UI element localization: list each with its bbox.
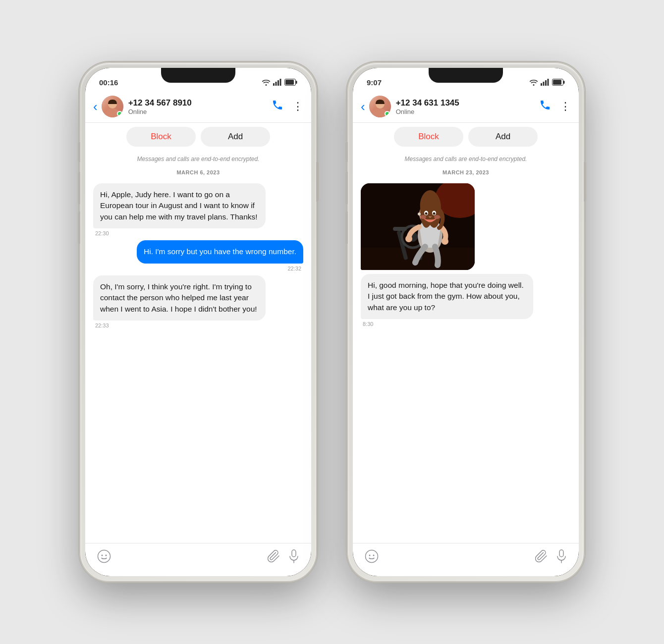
chat-body-1: Messages and calls are end-to-end encryp… <box>85 149 311 543</box>
svg-rect-20 <box>563 81 565 84</box>
screen-content-2: 9:07 <box>353 68 579 576</box>
svg-point-38 <box>425 213 428 215</box>
silent-switch <box>78 142 80 162</box>
action-buttons-2: Block Add <box>353 123 579 149</box>
online-dot-1 <box>117 111 122 116</box>
signal-icon-2 <box>541 79 550 86</box>
chat-bottom-1 <box>85 543 311 576</box>
message-received-p2-1: Hi, good morning, hope that you're doing… <box>361 274 533 327</box>
svg-rect-32 <box>393 227 407 231</box>
back-button-2[interactable]: ‹ <box>361 100 365 113</box>
svg-point-11 <box>106 555 107 556</box>
wifi-icon-1 <box>262 79 271 86</box>
encryption-note-1: Messages and calls are end-to-end encryp… <box>93 155 303 163</box>
smiley-icon-1[interactable] <box>97 549 111 566</box>
status-time-1: 00:16 <box>99 78 118 87</box>
more-button-2[interactable]: ⋮ <box>560 100 571 113</box>
status-icons-1 <box>262 79 297 86</box>
contact-name-2: +12 34 631 1345 <box>396 98 539 108</box>
chat-body-2: Messages and calls are end-to-end encryp… <box>353 149 579 543</box>
bubble-received-1: Hi, Apple, Judy here. I want to go on a … <box>93 183 266 228</box>
block-button-2[interactable]: Block <box>394 127 463 147</box>
contact-info-1: +12 34 567 8910 Online <box>128 98 272 115</box>
svg-point-35 <box>442 238 448 245</box>
notch-1 <box>161 68 235 83</box>
smiley-icon-2[interactable] <box>365 549 379 566</box>
online-dot-2 <box>385 111 390 116</box>
image-bubble-1 <box>361 183 475 270</box>
call-button-2[interactable] <box>539 99 551 114</box>
header-actions-2: ⋮ <box>539 99 571 114</box>
svg-rect-6 <box>296 81 297 84</box>
status-time-2: 9:07 <box>367 78 382 87</box>
bottom-right-icons-1 <box>268 549 299 566</box>
svg-point-40 <box>433 213 436 215</box>
message-received-2: Oh, I'm sorry, I think you're right. I'm… <box>93 275 266 328</box>
volume-up-button-2 <box>345 172 348 204</box>
silent-switch-2 <box>345 142 348 162</box>
svg-rect-16 <box>545 80 547 86</box>
svg-rect-1 <box>276 82 277 86</box>
battery-icon-1 <box>284 79 297 86</box>
bubble-sent-1: Hi. I'm sorry but you have the wrong num… <box>137 240 303 263</box>
date-divider-1: MARCH 6, 2023 <box>93 167 303 179</box>
phone-screen-2: 9:07 <box>353 68 579 576</box>
svg-rect-0 <box>273 83 275 86</box>
attach-icon-2[interactable] <box>535 549 548 566</box>
attach-icon-1[interactable] <box>268 549 280 566</box>
svg-rect-3 <box>280 79 281 86</box>
call-button-1[interactable] <box>272 99 283 114</box>
bubble-received-2: Oh, I'm sorry, I think you're right. I'm… <box>93 275 266 321</box>
bottom-right-icons-2 <box>535 549 567 566</box>
message-image-1 <box>361 183 533 270</box>
gym-scene-svg <box>361 183 475 270</box>
block-button-1[interactable]: Block <box>126 127 196 147</box>
msg-time-received-2: 22:33 <box>93 322 111 328</box>
svg-point-10 <box>102 555 103 556</box>
chat-header-2: ‹ +12 34 631 1345 Online <box>353 92 579 123</box>
svg-rect-14 <box>541 83 542 86</box>
svg-rect-5 <box>285 80 294 85</box>
notch-2 <box>429 68 503 83</box>
avatar-2 <box>369 96 391 117</box>
encryption-note-2: Messages and calls are end-to-end encryp… <box>361 155 571 163</box>
msg-time-sent-1: 22:32 <box>285 266 303 271</box>
battery-icon-2 <box>552 79 565 86</box>
header-actions-1: ⋮ <box>272 99 303 114</box>
power-button <box>316 162 319 202</box>
status-icons-2 <box>529 79 565 86</box>
msg-time-p2-1: 8:30 <box>361 321 375 327</box>
phone-2: 9:07 <box>347 62 585 582</box>
mic-icon-2[interactable] <box>556 549 567 566</box>
contact-name-1: +12 34 567 8910 <box>128 98 272 108</box>
svg-rect-19 <box>553 80 561 85</box>
svg-rect-47 <box>559 550 563 557</box>
svg-rect-2 <box>277 80 279 86</box>
volume-up-button <box>78 172 80 204</box>
contact-info-2: +12 34 631 1345 Online <box>396 98 539 115</box>
phone-screen-1: 00:16 <box>85 68 311 576</box>
more-button-1[interactable]: ⋮ <box>292 100 303 113</box>
message-sent-1: Hi. I'm sorry but you have the wrong num… <box>137 240 303 271</box>
phone-1: 00:16 <box>79 62 317 582</box>
svg-point-44 <box>366 550 378 563</box>
add-button-2[interactable]: Add <box>468 127 538 147</box>
svg-point-42 <box>434 215 440 219</box>
svg-point-41 <box>420 215 426 219</box>
screen-content-1: 00:16 <box>85 68 311 576</box>
add-button-1[interactable]: Add <box>201 127 270 147</box>
back-button-1[interactable]: ‹ <box>93 100 98 113</box>
mic-icon-1[interactable] <box>288 549 299 566</box>
svg-point-34 <box>405 235 412 242</box>
svg-point-43 <box>418 213 421 215</box>
svg-point-45 <box>369 555 371 556</box>
chat-bottom-2 <box>353 543 579 576</box>
svg-point-9 <box>98 550 111 563</box>
contact-status-1: Online <box>128 108 272 115</box>
bubble-received-p2-1: Hi, good morning, hope that you're doing… <box>361 274 533 319</box>
signal-icon-1 <box>273 79 282 86</box>
avatar-1 <box>102 96 123 117</box>
action-buttons-1: Block Add <box>85 123 311 149</box>
chat-header-1: ‹ +12 34 567 8910 Online <box>85 92 311 123</box>
svg-rect-17 <box>548 79 549 86</box>
